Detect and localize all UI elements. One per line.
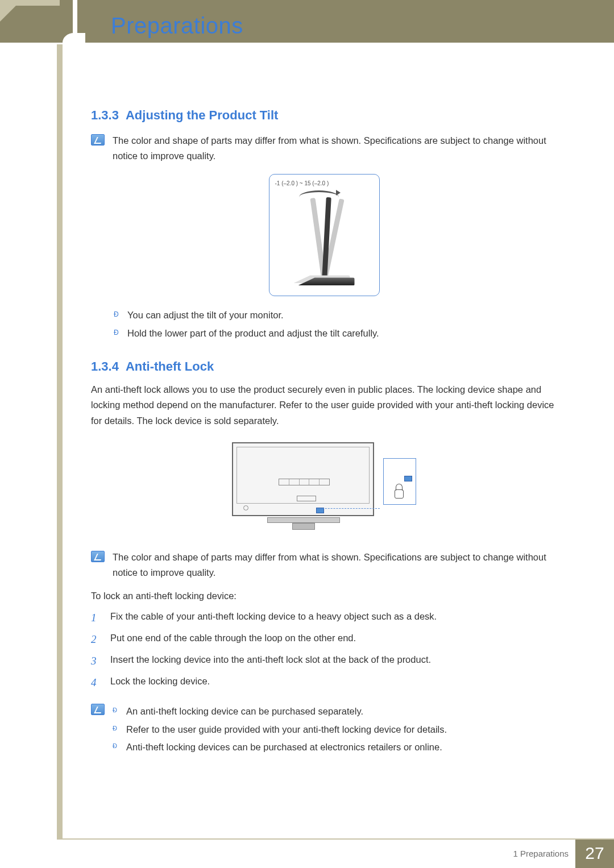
list-item: ÐAn anti-theft locking device can be pur… (113, 703, 447, 720)
note-icon (91, 551, 105, 562)
section-title: Anti-theft Lock (126, 359, 214, 373)
figure-tilt: -1 (–2.0 ) ~ 15 (–2.0 ) (269, 174, 380, 296)
bullet-icon: Ð (113, 703, 117, 720)
list-item: ÐHold the lower part of the product and … (114, 325, 557, 342)
list-item: ÐYou can adjust the tilt of your monitor… (114, 306, 557, 324)
note-block: The color and shape of parts may differ … (91, 550, 557, 580)
intro-paragraph: An anti-theft lock allows you to use the… (91, 382, 557, 429)
instruction-lead: To lock an anti-theft locking device: (91, 591, 557, 601)
bullet-list: ÐAn anti-theft locking device can be pur… (113, 703, 447, 756)
tilt-base (298, 277, 355, 288)
callout-line (320, 508, 380, 509)
section-heading-lock: 1.3.4Anti-theft Lock (91, 359, 557, 374)
bullet-icon: Ð (114, 306, 118, 324)
page-number: 27 (575, 838, 614, 868)
chapter-number-mark (63, 0, 85, 43)
bullet-icon: Ð (113, 738, 117, 756)
section-number: 1.3.4 (91, 359, 119, 373)
note-icon (91, 134, 105, 146)
section-heading-tilt: 1.3.3Adjusting the Product Tilt (91, 108, 557, 123)
zoom-box (383, 458, 416, 505)
step-number: 2 (91, 629, 100, 650)
footer-rule (57, 838, 614, 840)
list-item: 4Lock the locking device. (91, 672, 557, 693)
bullet-text: Anti-theft locking devices can be purcha… (126, 738, 442, 756)
monitor-stand-base (292, 523, 315, 530)
bullet-list: ÐYou can adjust the tilt of your monitor… (114, 306, 557, 342)
chapter-title: Preparations (111, 13, 243, 39)
list-item: ÐRefer to the user guide provided with y… (113, 721, 447, 738)
step-number: 4 (91, 672, 100, 693)
header-corner (0, 0, 22, 22)
note-block: The color and shape of parts may differ … (91, 133, 557, 164)
tilt-range-label: -1 (–2.0 ) ~ 15 (–2.0 ) (275, 180, 329, 186)
step-number: 1 (91, 607, 100, 629)
left-rail (57, 44, 63, 838)
step-text: Fix the cable of your anti-theft locking… (110, 607, 437, 629)
ordered-list: 1Fix the cable of your anti-theft lockin… (91, 607, 557, 693)
list-item: ÐAnti-theft locking devices can be purch… (113, 738, 447, 756)
monitor-back-icon (232, 442, 374, 516)
list-item: 3Insert the locking device into the anti… (91, 650, 557, 672)
bullet-icon: Ð (114, 325, 118, 342)
header-bar: Preparations (0, 0, 614, 43)
note-icon (91, 704, 105, 715)
note-text: The color and shape of parts may differ … (113, 133, 557, 164)
footer-section-label: 1 Preparations (513, 849, 569, 858)
screw-hole-icon (243, 505, 248, 510)
bullet-text: An anti-theft locking device can be purc… (126, 703, 363, 720)
monitor-stand (267, 517, 340, 523)
section-number: 1.3.3 (91, 108, 119, 122)
step-text: Insert the locking device into the anti-… (110, 650, 431, 672)
tilt-arrow-icon (299, 190, 339, 202)
list-item: 1Fix the cable of your anti-theft lockin… (91, 607, 557, 629)
figure-lock (227, 439, 421, 538)
step-text: Lock the locking device. (110, 672, 210, 693)
list-item: 2Put one end of the cable through the lo… (91, 629, 557, 650)
section-title: Adjusting the Product Tilt (126, 108, 278, 122)
step-text: Put one end of the cable through the loo… (110, 629, 356, 650)
bullet-icon: Ð (113, 721, 117, 738)
bullet-text: You can adjust the tilt of your monitor. (127, 306, 284, 324)
page-footer: 1 Preparations 27 (0, 838, 614, 868)
note-text: The color and shape of parts may differ … (113, 550, 557, 580)
page-content: 1.3.3Adjusting the Product Tilt The colo… (91, 108, 557, 766)
padlock-icon (393, 484, 405, 499)
lock-slot-badge (404, 476, 412, 481)
bullet-text: Hold the lower part of the product and a… (127, 325, 379, 342)
step-number: 3 (91, 650, 100, 672)
note-block: ÐAn anti-theft locking device can be pur… (91, 703, 557, 756)
bullet-text: Refer to the user guide provided with yo… (126, 721, 447, 738)
tilt-stand (322, 197, 331, 281)
